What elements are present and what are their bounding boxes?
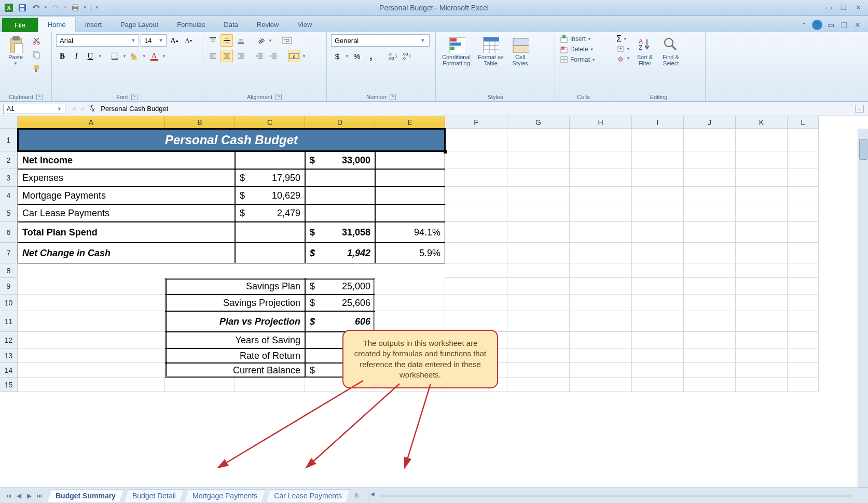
cell[interactable] (684, 204, 736, 222)
fill-color-button[interactable] (128, 50, 141, 62)
cell[interactable] (507, 295, 570, 311)
prev-sheet-icon[interactable]: ◀ (13, 492, 24, 499)
cell-E3[interactable] (375, 169, 445, 187)
cell[interactable] (736, 129, 788, 151)
sheet-tab-budget-detail[interactable]: Budget Detail (125, 489, 184, 502)
column-header-F[interactable]: F (445, 116, 507, 129)
cell[interactable] (507, 129, 570, 151)
cell[interactable] (570, 222, 632, 243)
cell[interactable] (570, 295, 632, 311)
shrink-font-icon[interactable]: A▾ (182, 34, 195, 47)
cell-A11[interactable] (18, 311, 165, 332)
column-header-E[interactable]: E (375, 116, 445, 129)
column-header-B[interactable]: B (165, 116, 235, 129)
cell[interactable] (445, 204, 507, 222)
cell-B11[interactable]: Plan vs Projection (165, 311, 305, 332)
row-header-8[interactable]: 8 (0, 263, 18, 278)
print-icon[interactable] (70, 2, 81, 13)
cell[interactable] (632, 332, 684, 348)
cell[interactable] (788, 363, 819, 378)
tab-home[interactable]: Home (38, 17, 76, 32)
cell[interactable] (788, 204, 819, 222)
cell-D5[interactable] (305, 204, 375, 222)
tab-data[interactable]: Data (214, 17, 247, 32)
cell[interactable] (507, 187, 570, 204)
cell-styles-button[interactable]: Cell Styles (509, 34, 532, 68)
cell[interactable] (445, 311, 507, 332)
workbook-restore-icon[interactable]: ❐ (839, 20, 849, 30)
cell[interactable] (736, 204, 788, 222)
cell-D7[interactable]: $1,942 (305, 243, 375, 263)
cell[interactable] (788, 243, 819, 263)
formula-input[interactable]: Personal Cash Budget ⌄ (97, 104, 868, 114)
row-header-2[interactable]: 2 (0, 151, 18, 169)
cell-E11[interactable] (375, 311, 445, 332)
row-header-9[interactable]: 9 (0, 278, 18, 295)
cell-E10[interactable] (375, 295, 445, 311)
cell-D6[interactable]: $31,058 (305, 222, 375, 243)
bold-button[interactable]: B (56, 50, 68, 62)
close-icon[interactable]: ✕ (852, 3, 864, 12)
grow-font-icon[interactable]: A▴ (168, 34, 181, 47)
column-header-C[interactable]: C (235, 116, 305, 129)
underline-button[interactable]: U (84, 50, 97, 62)
cell-C4[interactable]: $10,629 (235, 187, 305, 204)
sort-filter-button[interactable]: AZ Sort & Filter (633, 34, 656, 68)
cell-C8[interactable] (235, 263, 305, 278)
cell[interactable] (570, 378, 632, 392)
cell[interactable] (788, 378, 819, 392)
cell[interactable] (507, 151, 570, 169)
cell[interactable] (788, 311, 819, 332)
cell[interactable] (632, 348, 684, 363)
cell[interactable] (736, 363, 788, 378)
cell[interactable] (445, 129, 507, 151)
cell-B12[interactable]: Years of Saving (165, 332, 305, 348)
cell[interactable] (570, 348, 632, 363)
cell-B15[interactable] (165, 378, 235, 392)
redo-dropdown-icon[interactable]: ▼ (63, 5, 67, 10)
cell-A14[interactable] (18, 363, 165, 378)
find-select-button[interactable]: Find & Select (659, 34, 682, 68)
paste-button[interactable]: Paste ▼ (4, 34, 27, 68)
cell-A9[interactable] (18, 278, 165, 295)
cell[interactable] (445, 243, 507, 263)
cell-C15[interactable] (235, 378, 305, 392)
spreadsheet-grid[interactable]: ABCDEFGHIJKL 123456789101112131415 Perso… (0, 116, 868, 487)
cell-A4[interactable]: Mortgage Payments (18, 187, 235, 204)
cell-B13[interactable]: Rate of Return (165, 348, 305, 363)
font-size-select[interactable]: ▼ (141, 34, 167, 47)
cell[interactable] (632, 263, 684, 278)
alignment-launcher[interactable] (275, 94, 282, 100)
row-header-10[interactable]: 10 (0, 295, 18, 311)
align-center-icon[interactable] (221, 50, 233, 62)
cell-E2[interactable] (375, 151, 445, 169)
cell[interactable] (788, 332, 819, 348)
cell-A12[interactable] (18, 332, 165, 348)
column-header-L[interactable]: L (788, 116, 819, 129)
cell[interactable] (684, 243, 736, 263)
align-top-icon[interactable] (206, 34, 219, 47)
increase-indent-icon[interactable] (267, 50, 280, 62)
accounting-format-icon[interactable]: $ (331, 50, 343, 62)
cell[interactable] (507, 332, 570, 348)
align-middle-icon[interactable] (221, 34, 233, 47)
cell[interactable] (507, 348, 570, 363)
cell[interactable] (684, 278, 736, 295)
maximize-icon[interactable]: ❐ (838, 3, 849, 12)
cell[interactable] (736, 378, 788, 392)
cell-A13[interactable] (18, 348, 165, 363)
chevron-down-icon[interactable]: ▼ (302, 54, 306, 59)
chevron-down-icon[interactable]: ▼ (268, 38, 272, 43)
cell[interactable] (684, 378, 736, 392)
cell-E7[interactable]: 5.9% (375, 243, 445, 263)
name-box[interactable]: A1▼ (3, 104, 65, 114)
orientation-icon[interactable]: ab (254, 34, 267, 47)
border-button[interactable] (108, 50, 121, 62)
row-header-12[interactable]: 12 (0, 332, 18, 348)
clipboard-launcher[interactable] (36, 94, 43, 100)
cell[interactable] (684, 129, 736, 151)
tab-review[interactable]: Review (247, 17, 288, 32)
sheet-tab-car-lease-payments[interactable]: Car Lease Payments (266, 489, 350, 502)
file-tab[interactable]: File (2, 18, 38, 32)
cell[interactable] (684, 295, 736, 311)
